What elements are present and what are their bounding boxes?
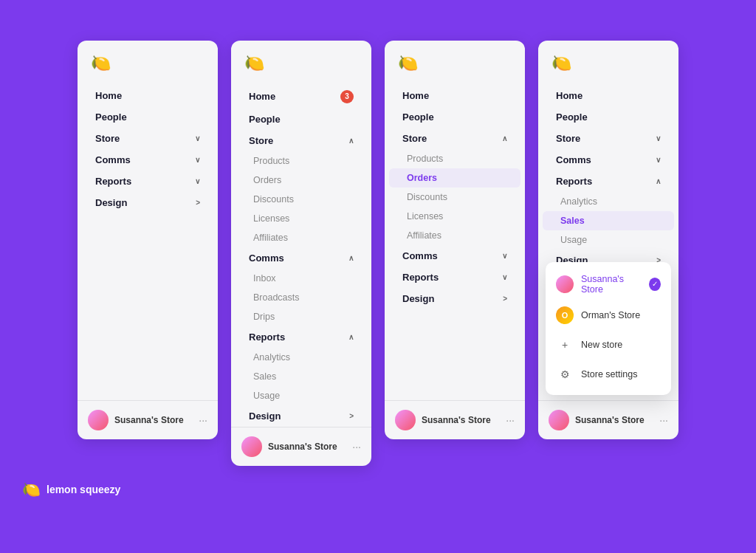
nav-item-label: People xyxy=(249,114,281,125)
nav-badge: 3 xyxy=(340,90,354,103)
nav-sub-item-inbox[interactable]: Inbox xyxy=(236,269,367,288)
nav-sub-item-analytics[interactable]: Analytics xyxy=(236,348,367,367)
dropdown-item-store-settings[interactable]: ⚙Store settings xyxy=(546,360,671,389)
nav-item-home[interactable]: Home xyxy=(543,85,674,106)
panel-logo-icon: 🍋 xyxy=(538,54,678,85)
nav-item-label: Design xyxy=(402,293,434,304)
panel-footer: Susanna's Store··· xyxy=(538,400,678,439)
dropdown-item-new-store[interactable]: +New store xyxy=(546,330,671,360)
chevron-icon: ∨ xyxy=(195,134,200,142)
nav-item-home[interactable]: Home3 xyxy=(236,85,367,109)
dropdown-item-susanna's-store[interactable]: Susanna's Store✓ xyxy=(546,268,671,300)
footer-store-name: Susanna's Store xyxy=(114,415,193,425)
dropdown-action-label: New store xyxy=(581,340,622,350)
chevron-icon: > xyxy=(196,199,200,207)
nav-sub-item-discounts[interactable]: Discounts xyxy=(236,190,367,209)
nav-sub-item-analytics[interactable]: Analytics xyxy=(543,192,674,211)
nav-item-label: Comms xyxy=(402,250,438,261)
nav-sub-item-licenses[interactable]: Licenses xyxy=(389,207,520,226)
nav-item-store[interactable]: Store∧ xyxy=(236,130,367,151)
chevron-icon: ∧ xyxy=(348,137,354,145)
nav-item-design[interactable]: Design> xyxy=(389,288,520,309)
more-options-icon[interactable]: ··· xyxy=(659,414,668,426)
nav-sub-item-sales[interactable]: Sales xyxy=(236,367,367,386)
panel-1: 🍋HomePeopleStore∨Comms∨Reports∨Design>Su… xyxy=(78,41,218,439)
chevron-icon: ∨ xyxy=(502,273,507,281)
nav-sub-item-broadcasts[interactable]: Broadcasts xyxy=(236,288,367,307)
nav-sub-item-usage[interactable]: Usage xyxy=(543,230,674,250)
nav-item-label: Reports xyxy=(402,272,439,283)
nav-item-comms[interactable]: Comms∧ xyxy=(236,247,367,269)
nav-item-people[interactable]: People xyxy=(236,109,367,130)
chevron-icon: ∨ xyxy=(195,156,200,164)
nav-item-label: Store xyxy=(249,135,273,146)
nav-item-reports[interactable]: Reports∨ xyxy=(82,171,213,192)
dropdown-store-label: Susanna's Store xyxy=(581,274,642,295)
nav-item-label: Reports xyxy=(556,176,592,187)
more-options-icon[interactable]: ··· xyxy=(352,441,361,453)
nav-item-comms[interactable]: Comms∨ xyxy=(82,149,213,171)
nav-item-label: Store xyxy=(95,133,120,144)
nav-sub-item-orders[interactable]: Orders xyxy=(236,171,367,190)
nav-item-reports[interactable]: Reports∧ xyxy=(543,171,674,192)
nav-item-design[interactable]: Design> xyxy=(82,192,213,213)
dropdown-avatar: O xyxy=(556,306,574,324)
panel-4: 🍋HomePeopleStore∨Comms∨Reports∧Analytics… xyxy=(538,41,678,439)
brand-logo-icon: 🍋 xyxy=(22,481,41,498)
footer-store-name: Susanna's Store xyxy=(422,415,500,425)
dropdown-item-orman's-store[interactable]: OOrman's Store xyxy=(546,300,671,330)
nav-item-label: Comms xyxy=(249,253,284,264)
nav-sub-item-licenses[interactable]: Licenses xyxy=(236,209,367,228)
chevron-icon: ∧ xyxy=(348,333,354,341)
dropdown-action-label: Store settings xyxy=(581,369,637,379)
avatar xyxy=(88,410,109,430)
nav-item-home[interactable]: Home xyxy=(389,85,520,106)
nav-item-reports[interactable]: Reports∨ xyxy=(389,267,520,288)
nav-item-label: Home xyxy=(402,90,429,101)
nav-item-people[interactable]: People xyxy=(389,106,520,128)
nav-item-people[interactable]: People xyxy=(82,106,213,128)
nav-item-store[interactable]: Store∧ xyxy=(389,128,520,149)
avatar xyxy=(549,410,569,430)
more-options-icon[interactable]: ··· xyxy=(506,414,515,426)
chevron-icon: ∨ xyxy=(195,177,200,185)
nav-item-store[interactable]: Store∨ xyxy=(82,128,213,149)
nav-sub-item-discounts[interactable]: Discounts xyxy=(389,188,520,207)
panel-logo-icon: 🍋 xyxy=(78,54,218,85)
nav-item-comms[interactable]: Comms∨ xyxy=(389,245,520,267)
chevron-icon: ∧ xyxy=(502,134,507,142)
plus-icon: + xyxy=(556,336,574,354)
panel-footer: Susanna's Store··· xyxy=(385,400,525,439)
more-options-icon[interactable]: ··· xyxy=(199,414,207,426)
nav-sub-item-drips[interactable]: Drips xyxy=(236,307,367,326)
nav-item-home[interactable]: Home xyxy=(82,85,213,106)
panel-logo-icon: 🍋 xyxy=(231,54,371,85)
chevron-icon: > xyxy=(503,295,507,303)
brand-name: lemon squeezy xyxy=(47,484,120,495)
panels-container: 🍋HomePeopleStore∨Comms∨Reports∨Design>Su… xyxy=(78,41,678,466)
panel-2: 🍋Home3PeopleStore∧ProductsOrdersDiscount… xyxy=(231,41,371,466)
panel-3: 🍋HomePeopleStore∧ProductsOrdersDiscounts… xyxy=(385,41,525,439)
nav-sub-item-usage[interactable]: Usage xyxy=(236,386,367,405)
nav-item-design[interactable]: Design> xyxy=(236,405,367,427)
nav-sub-item-affiliates[interactable]: Affiliates xyxy=(389,226,520,245)
nav-item-reports[interactable]: Reports∧ xyxy=(236,326,367,348)
panel-logo-icon: 🍋 xyxy=(385,54,525,85)
nav-item-store[interactable]: Store∨ xyxy=(543,128,674,149)
nav-item-label: Home xyxy=(556,90,583,101)
nav-item-label: Store xyxy=(556,133,580,144)
nav-item-label: Comms xyxy=(95,154,131,165)
dropdown-store-label: Orman's Store xyxy=(581,310,640,320)
nav-item-people[interactable]: People xyxy=(543,106,674,128)
chevron-icon: ∨ xyxy=(656,134,661,142)
nav-item-comms[interactable]: Comms∨ xyxy=(543,149,674,171)
chevron-icon: ∧ xyxy=(348,254,354,262)
nav-item-label: Home xyxy=(249,91,275,102)
checkmark-icon: ✓ xyxy=(649,278,661,291)
nav-sub-item-affiliates[interactable]: Affiliates xyxy=(236,228,367,247)
nav-sub-item-orders[interactable]: Orders xyxy=(389,168,520,188)
nav-sub-item-sales[interactable]: Sales xyxy=(543,211,674,230)
nav-sub-item-products[interactable]: Products xyxy=(389,149,520,168)
store-dropdown: Susanna's Store✓OOrman's Store+New store… xyxy=(546,262,671,395)
nav-sub-item-products[interactable]: Products xyxy=(236,151,367,171)
